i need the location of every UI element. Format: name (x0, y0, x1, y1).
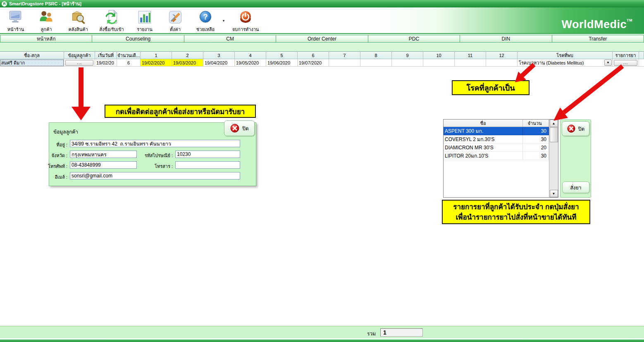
cell-month-6[interactable]: 19/07/2020 (298, 59, 329, 67)
storefront-button[interactable]: หน้าร้าน (1, 8, 31, 33)
cell-month-1[interactable]: 19/02/2020 (141, 59, 172, 67)
cell-month-3[interactable]: 19/04/2020 (203, 59, 235, 67)
disease-combobox[interactable]: โรคเบาหวาน (Diabetes Mellitus) ▼ (518, 59, 612, 66)
window-title: SmartDrugstore PSRC - [หน้าร้าน] (9, 0, 81, 7)
cell-month-7[interactable] (329, 59, 360, 67)
cm-table-row: สมศรี ดีมาก ... 19/02/20 6 19/02/2020 19… (0, 59, 644, 67)
customer-panel-close-button[interactable]: ปิด (224, 120, 255, 136)
drug-row[interactable]: ASPENT 300 มก. 30 (444, 127, 558, 135)
col-header-month-3: 3 (203, 51, 235, 59)
customer-info-panel: ข้อมูลลูกค้า ปิด ที่อยู่ : จังหวัด : รหั… (49, 122, 256, 186)
col-header-month-8: 8 (360, 51, 392, 59)
drug-grid-scrollbar[interactable]: ▲ ▼ (549, 120, 558, 197)
drug-col-header-name: ชื่อ (444, 120, 523, 127)
cell-start-date[interactable]: 19/02/20 (95, 59, 117, 67)
toolbar-dropdown-arrow-icon[interactable]: ▾ (221, 8, 227, 33)
reports-button[interactable]: รายงาน (129, 8, 160, 33)
close-button-label: ปิด (578, 125, 584, 133)
drug-name: ASPENT 300 มก. (444, 127, 523, 135)
cell-month-10[interactable] (423, 59, 455, 67)
settings-button[interactable]: ตั้งค่า (160, 8, 190, 33)
drug-grid-header: ชื่อ จำนวน (444, 120, 558, 127)
drug-qty: 30 (523, 152, 549, 160)
col-header-month-5: 5 (266, 51, 298, 59)
title-bar: R SmartDrugstore PSRC - [หน้าร้าน] (0, 0, 644, 7)
drug-qty: 20 (523, 143, 549, 152)
cell-month-11[interactable] (455, 59, 486, 67)
reports-icon (136, 9, 153, 25)
bottom-edge (0, 340, 644, 342)
drug-row[interactable]: DIAMICRON MR 30'S 20 (444, 143, 558, 152)
cell-customer-name[interactable]: สมศรี ดีมาก (0, 59, 64, 67)
postcode-field[interactable] (175, 151, 240, 158)
tab-pdc[interactable]: PDC (368, 35, 460, 43)
scrollbar-thumb[interactable] (550, 127, 558, 142)
col-header-month-12: 12 (486, 51, 518, 59)
drug-qty: 30 (523, 127, 549, 135)
phone-label: โทรศัพท์ : (48, 163, 67, 170)
col-header-month-2: 2 (172, 51, 203, 59)
col-header-month-10: 10 (423, 51, 455, 59)
tab-cm[interactable]: CM (184, 35, 276, 43)
phone-field[interactable] (70, 161, 137, 169)
main-toolbar: หน้าร้าน ลูกค้า คลังสินค้า สั่งซื้อ/รับเ… (0, 7, 644, 34)
address-label: ที่อยู่ : (57, 141, 67, 148)
drug-list-ellipsis-button[interactable]: ... (614, 60, 637, 66)
email-label: อีเมล์ : (55, 173, 67, 181)
cell-month-count[interactable]: 6 (117, 59, 141, 67)
power-icon (237, 9, 254, 25)
svg-text:?: ? (203, 12, 208, 21)
address-field[interactable] (70, 140, 240, 147)
tab-din[interactable]: DIN (460, 35, 552, 43)
toolbar-label: ลูกค้า (41, 26, 52, 33)
fax-field[interactable] (175, 161, 240, 169)
inventory-button[interactable]: คลังสินค้า (62, 8, 94, 33)
col-header-month-1: 1 (141, 51, 172, 59)
customer-info-ellipsis-button[interactable]: ... (65, 60, 93, 66)
cell-disease: โรคเบาหวาน (Diabetes Mellitus) ▼ (518, 59, 613, 67)
scroll-down-icon[interactable]: ▼ (550, 190, 558, 197)
customers-button[interactable]: ลูกค้า (31, 8, 62, 33)
help-button[interactable]: ? ช่วยเหลือ (190, 8, 221, 33)
drug-qty: 30 (523, 135, 549, 143)
order-drug-button[interactable]: สั่งยา (562, 182, 589, 193)
cell-month-9[interactable] (392, 59, 423, 67)
tab-order-center[interactable]: Order Center (276, 35, 368, 43)
scroll-up-icon[interactable]: ▲ (550, 120, 558, 127)
col-header-customer-info: ข้อมูลลูกค้า (64, 51, 95, 59)
fax-label: โทรสาร : (155, 163, 173, 170)
col-header-start-date: เริ่มวันที่ (95, 51, 117, 59)
cm-table-header: ชื่อ-สกุล ข้อมูลลูกค้า เริ่มวันที่ จำนวน… (0, 51, 644, 59)
drug-row[interactable]: LIPITOR 20มก.10'S 30 (444, 152, 558, 160)
drug-panel-buttons: ปิด สั่งยา (560, 120, 591, 198)
col-header-month-9: 9 (392, 51, 423, 59)
email-field[interactable] (70, 172, 240, 179)
drug-name: COVERSYL 2 มก.30'S (444, 135, 523, 143)
toolbar-label: ตั้งค่า (170, 26, 181, 33)
cell-month-5[interactable]: 19/06/2020 (266, 59, 298, 67)
purchase-receive-icon (103, 9, 120, 25)
drug-row[interactable]: COVERSYL 2 มก.30'S 30 (444, 135, 558, 143)
postcode-label: รหัสไปรษณีย์ : (145, 152, 173, 159)
drug-panel-close-button[interactable]: ปิด (562, 121, 589, 136)
cell-month-2[interactable]: 19/03/2020 (172, 59, 203, 67)
drug-list-arrow-icon (553, 66, 623, 121)
drug-name: DIAMICRON MR 30'S (444, 143, 523, 152)
drug-name: LIPITOR 20มก.10'S (444, 152, 523, 160)
purchase-receive-button[interactable]: สั่งซื้อ/รับเข้า (94, 8, 129, 33)
cell-month-4[interactable]: 19/05/2020 (235, 59, 266, 67)
spacer-strip (0, 43, 644, 51)
cell-month-8[interactable] (360, 59, 392, 67)
inventory-icon (70, 9, 86, 25)
status-bar: รวม 1 (0, 326, 644, 338)
tab-transfer[interactable]: Transfer (552, 35, 644, 43)
cell-month-12[interactable] (486, 59, 518, 67)
col-header-filler (639, 51, 644, 59)
tab-counseling[interactable]: Counseling (92, 35, 184, 43)
exit-button[interactable]: จบการทำงาน (227, 8, 265, 33)
tab-home[interactable]: หน้าหลัก (0, 35, 92, 43)
customer-info-arrow-icon (72, 67, 91, 120)
province-field[interactable] (70, 151, 137, 158)
chevron-down-icon[interactable]: ▼ (604, 60, 612, 66)
toolbar-label: ช่วยเหลือ (196, 26, 215, 33)
